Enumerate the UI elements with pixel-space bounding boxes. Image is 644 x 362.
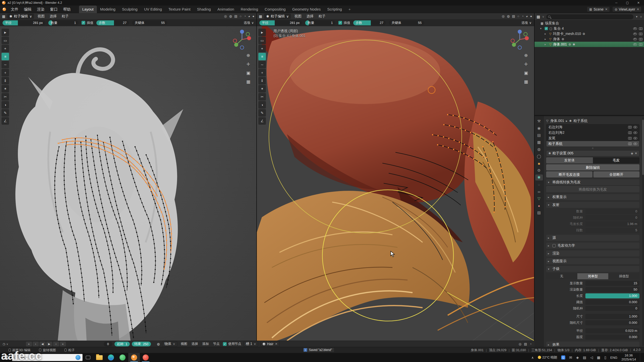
tab-view-layer[interactable]: ▩ [535, 139, 543, 145]
tray-shield-icon[interactable]: ◈ [576, 355, 579, 359]
tab-render[interactable]: ◉ [535, 125, 543, 131]
expand-icon[interactable]: ▸ [545, 43, 548, 46]
task-view-button[interactable] [83, 353, 94, 362]
move-view-icon[interactable]: ✛ [246, 62, 250, 67]
tool-cursor[interactable]: ⌖ [2, 45, 9, 52]
shading-wireframe-icon[interactable]: ○ [517, 14, 519, 18]
list-resize-grip[interactable]: ≡ [546, 147, 639, 149]
view-toggle-icon[interactable] [633, 126, 637, 128]
tool-select-box[interactable]: ▭ [2, 37, 9, 44]
close-button[interactable]: ✕ [633, 0, 644, 6]
tray-volume-icon[interactable]: ◁ [590, 355, 593, 359]
scene-selector[interactable]: ▩ Scene ✕ [587, 7, 610, 12]
panel-weight-display[interactable]: ▸ 权重显示 [546, 194, 639, 200]
tool-measure[interactable]: ∠ [258, 117, 266, 125]
field-segments[interactable]: 段数 5 [546, 228, 639, 233]
disconnect-hair-button[interactable]: 断开毛发连接 [546, 171, 592, 177]
snap-icon[interactable]: ◎ [519, 342, 521, 346]
field-count[interactable]: 数量 0 [546, 209, 639, 214]
view-toggle-icon[interactable] [633, 131, 637, 134]
shader-menu-select[interactable]: 选择 [190, 342, 199, 346]
tool-tweak[interactable]: ► [2, 29, 9, 36]
panel-effects[interactable]: ▸ 效果 [546, 342, 639, 347]
xray-toggle-icon[interactable]: ▤ [512, 14, 515, 18]
field-hair-length[interactable]: 毛发长度 1.96 m [546, 221, 639, 227]
taskbar-app-explorer[interactable] [94, 353, 105, 362]
jump-to-start-button[interactable]: « [26, 342, 32, 346]
children-interpolated-button[interactable]: 插值型 [608, 273, 639, 279]
tab-modeling[interactable]: Modeling [97, 6, 119, 13]
disconnect-all-button[interactable]: 全部断开 [593, 171, 640, 177]
field-length[interactable]: 长度 1.000 [546, 293, 639, 299]
panel-emission[interactable]: ▾ 发射 [546, 202, 639, 208]
count-slider[interactable]: 数量 1 [48, 20, 78, 25]
save-toast[interactable]: i Saved "a2.blend" [303, 347, 335, 352]
gizmos-toggle-icon[interactable]: ◎ [502, 14, 505, 18]
expand-icon[interactable]: ▸ [545, 37, 548, 41]
tool-tweak[interactable]: ► [258, 29, 266, 36]
render-toggle-icon[interactable] [628, 126, 632, 128]
tray-expand-icon[interactable]: ∧ [531, 356, 534, 359]
tool-annotate[interactable]: ✎ [2, 109, 9, 117]
shading-rendered-icon[interactable]: ● [530, 14, 532, 18]
breadcrumb-object[interactable]: 身体.001 [550, 119, 564, 123]
notification-center-button[interactable] [640, 353, 641, 362]
tray-messaging-icon[interactable]: Q [561, 355, 565, 359]
zoom-icon[interactable]: ⊕ [524, 53, 528, 58]
tool-puff[interactable]: ✶ [258, 85, 266, 93]
mode-selector[interactable]: ✱ 粒子编辑 ∨ [264, 14, 291, 19]
field-render-amount[interactable]: 渲染数量 50 [546, 287, 639, 292]
view-toggle-icon[interactable] [633, 137, 637, 140]
viewlayer-unlink-icon[interactable]: ✕ [637, 8, 639, 11]
tray-mail-icon[interactable]: ✉ [569, 355, 572, 359]
field-children-seed[interactable]: 随机种 0 [546, 306, 639, 311]
tab-output[interactable]: ▤ [535, 132, 543, 138]
children-simple-button[interactable]: 简单型 [577, 273, 609, 279]
tool-length[interactable]: ⇕ [2, 77, 9, 84]
menu-particle[interactable]: 粒子 [60, 14, 70, 19]
outliner-row-collection[interactable]: ▾ ✓ ▢ 集合 4 [535, 26, 644, 31]
panel-render[interactable]: ▸ 渲染 [546, 250, 639, 256]
scene-unlink-icon[interactable]: ✕ [605, 8, 608, 11]
convert-curves-button[interactable]: 将曲线转换为毛发 [546, 186, 639, 192]
tab-constraints[interactable]: ∞ [535, 189, 543, 195]
shading-material-icon[interactable]: ◕ [526, 14, 528, 18]
language-indicator[interactable]: ENG [610, 356, 617, 359]
xray-toggle-icon[interactable]: ▤ [234, 14, 237, 18]
tab-animation[interactable]: Animation [214, 6, 237, 13]
radius-slider[interactable]: 半径 281 px [259, 20, 302, 25]
menu-view[interactable]: 视图 [36, 14, 46, 19]
keys-field[interactable]: 关键体 55 [132, 20, 167, 25]
view-toggle-icon[interactable] [633, 143, 637, 145]
panel-source[interactable]: ▸ 源 [546, 235, 639, 241]
camera-view-icon[interactable]: ▣ [246, 70, 250, 76]
tab-compositing[interactable]: Compositing [261, 6, 289, 13]
properties-scrollbar[interactable] [642, 117, 644, 346]
material-slot-dropdown[interactable]: 槽 1 ∨ [244, 341, 258, 347]
render-toggle-icon[interactable] [628, 137, 632, 140]
overlays-toggle-icon[interactable]: ◍ [507, 14, 510, 18]
menu-view[interactable]: 视图 [293, 14, 303, 19]
tab-physics[interactable]: ◌ [535, 182, 543, 188]
disable-render-icon[interactable] [639, 33, 642, 35]
unlink-icon[interactable]: ✕ [635, 152, 637, 155]
tray-battery-icon[interactable]: ▯ [604, 355, 606, 359]
tool-measure[interactable]: ∠ [2, 117, 9, 125]
next-keyframe-button[interactable]: › [53, 342, 59, 346]
taskbar-app-edge[interactable] [105, 353, 117, 362]
breadcrumb-system[interactable]: 粒子系统 [574, 119, 588, 123]
editor-type-icon[interactable]: ▦ [259, 14, 262, 18]
tray-network-icon[interactable]: ▦ [597, 355, 600, 359]
tab-texture-paint[interactable]: Texture Paint [165, 6, 194, 13]
disable-render-icon[interactable] [639, 38, 642, 40]
count-slider[interactable]: 数量 1 [305, 20, 335, 25]
weather-widget[interactable]: 22°C 晴朗 [538, 355, 557, 360]
tab-material[interactable]: ● [535, 203, 543, 209]
tab-object-data[interactable]: ▽ [535, 196, 543, 202]
cortana-icon[interactable] [75, 355, 80, 360]
tool-smooth[interactable]: ∼ [258, 61, 266, 68]
outliner-row-mesh010[interactable]: ▸ ▽ 玛普卡_mesh.010 ⚙ [535, 31, 644, 36]
tool-cut[interactable]: ✂ [2, 93, 9, 101]
ortho-toggle-icon[interactable]: ▦ [524, 79, 528, 84]
frame-end-field[interactable]: 结束250 [132, 342, 151, 346]
